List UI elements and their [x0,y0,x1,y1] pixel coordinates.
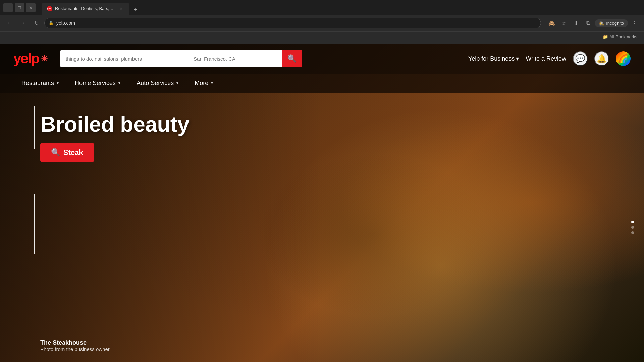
new-tab-button[interactable]: + [131,5,140,15]
yelp-header: yelp✳ 🔍 Yelp for Business ▾ Write a Revi… [0,44,644,74]
more-label: More [195,80,208,87]
slide-dot-3[interactable] [631,231,634,234]
lock-icon: 🔒 [49,21,54,25]
nav-item-home-services[interactable]: Home Services ▾ [67,74,128,93]
tab-title: Restaurants, Dentists, Bars, Bea... [55,6,115,11]
minimize-button[interactable]: — [3,3,13,12]
location-input[interactable] [188,50,282,67]
refresh-button[interactable]: ↻ [31,18,42,28]
auto-services-label: Auto Services [137,80,174,87]
tab-bar: yelp Restaurants, Dentists, Bars, Bea...… [38,1,641,15]
hero-content: Broiled beauty 🔍 Steak [40,113,190,162]
yelp-logo-text: yelp [13,51,39,67]
all-bookmarks-label: All Bookmarks [609,34,637,39]
incognito-badge: 🕵 Incognito [595,19,628,27]
all-bookmarks-item[interactable]: 📁 All Bookmarks [600,33,640,41]
eye-slash-button[interactable]: 🙈 [546,18,557,28]
download-icon: ⬇ [574,20,578,26]
download-button[interactable]: ⬇ [571,18,581,28]
bookmarks-icon: 📁 [603,34,608,39]
slide-dot-2[interactable] [631,226,634,229]
hero-divider [34,106,35,149]
restaurants-chevron: ▾ [57,81,59,85]
write-review-label: Write a Review [526,55,566,62]
notifications-icon: 🔔 [597,54,607,63]
hero-cta-label: Steak [63,148,83,157]
close-button[interactable]: ✕ [26,3,36,12]
avatar[interactable]: 🌈 [616,51,631,66]
caption-subtitle: Photo from the business owner [40,346,110,352]
url-text: yelp.com [56,20,75,26]
more-chevron: ▾ [211,81,213,85]
window-controls: — □ ✕ [3,3,36,12]
home-services-label: Home Services [75,80,116,87]
hero-cta-button[interactable]: 🔍 Steak [40,143,94,162]
menu-icon: ⋮ [632,20,637,26]
tab-close-icon[interactable]: ✕ [118,6,124,12]
forward-button[interactable]: → [17,18,28,28]
header-actions: Yelp for Business ▾ Write a Review 💬 🔔 🌈 [468,51,631,66]
messages-button[interactable]: 💬 [573,51,588,66]
home-services-chevron: ▾ [118,81,120,85]
hero-section: Broiled beauty 🔍 Steak The Steakhouse Ph… [0,93,644,362]
address-bar[interactable]: 🔒 yelp.com [44,18,541,28]
slide-dot-1[interactable] [631,221,634,223]
window-button[interactable]: ⧉ [583,18,593,28]
messages-icon: 💬 [575,54,585,63]
restaurants-label: Restaurants [21,80,54,87]
yelp-for-business-link[interactable]: Yelp for Business ▾ [468,55,519,62]
nav-item-restaurants[interactable]: Restaurants ▾ [13,74,67,93]
search-icon: 🔍 [287,54,297,63]
incognito-label: Incognito [606,21,624,26]
menu-button[interactable]: ⋮ [629,18,640,28]
nav-item-auto-services[interactable]: Auto Services ▾ [128,74,186,93]
toolbar-actions: 🙈 ☆ ⬇ ⧉ 🕵 Incognito ⋮ [546,18,640,28]
browser-chrome: — □ ✕ yelp Restaurants, Dentists, Bars, … [0,0,644,44]
search-input[interactable] [60,50,188,67]
hero-cta-icon: 🔍 [51,148,60,157]
hero-caption: The Steakhouse Photo from the business o… [40,339,110,352]
incognito-icon: 🕵 [599,21,604,26]
nav-item-more[interactable]: More ▾ [186,74,221,93]
search-form: 🔍 [60,50,302,67]
browser-titlebar: — □ ✕ yelp Restaurants, Dentists, Bars, … [0,0,644,15]
bookmarks-bar: 📁 All Bookmarks [0,31,644,42]
maximize-button[interactable]: □ [15,3,24,12]
yelp-nav: Restaurants ▾ Home Services ▾ Auto Servi… [0,74,644,93]
auto-services-chevron: ▾ [176,81,178,85]
yelp-for-business-chevron: ▾ [516,55,519,62]
back-button[interactable]: ← [4,18,15,28]
hero-divider-2 [34,194,35,254]
yelp-page: yelp✳ 🔍 Yelp for Business ▾ Write a Revi… [0,44,644,362]
yelp-logo[interactable]: yelp✳ [13,51,47,67]
window-icon: ⧉ [586,20,590,26]
tab-favicon: yelp [47,6,52,11]
search-button[interactable]: 🔍 [282,50,302,67]
star-icon: ☆ [561,20,566,26]
avatar-icon: 🌈 [618,54,628,63]
yelp-for-business-label: Yelp for Business [468,55,515,62]
eye-slash-icon: 🙈 [548,20,555,26]
notifications-button[interactable]: 🔔 [594,51,609,66]
tab-active[interactable]: yelp Restaurants, Dentists, Bars, Bea...… [42,3,129,15]
yelp-logo-burst: ✳ [41,54,47,63]
browser-toolbar: ← → ↻ 🔒 yelp.com 🙈 ☆ ⬇ ⧉ 🕵 Incognito [0,15,644,31]
hero-title: Broiled beauty [40,113,190,136]
slide-indicators [631,221,634,234]
caption-title: The Steakhouse [40,339,110,346]
star-button[interactable]: ☆ [558,18,569,28]
write-review-link[interactable]: Write a Review [526,55,566,62]
